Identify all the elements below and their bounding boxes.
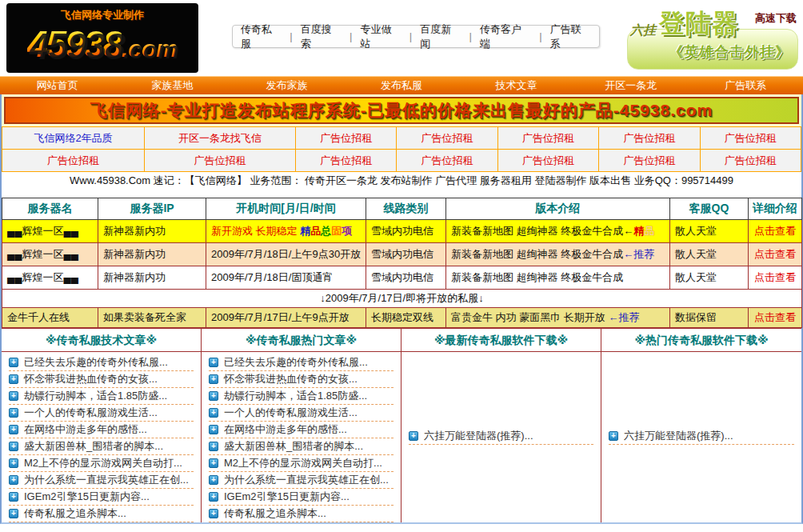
download-list: + 六挂万能登陆器(推荐)... [601,352,801,445]
ad-slot[interactable]: 飞信网络2年品质 [2,127,144,149]
article-link[interactable]: + 一个人的传奇私服游戏生活... [209,405,394,422]
article-link[interactable]: + 为什么系统一直提示我英雄正在创... [209,472,394,489]
top-nav-link[interactable]: 百度搜索 | [293,22,353,51]
server-line: 雪域内功电信 [366,266,446,290]
detail-link[interactable]: 点击查看 [754,271,796,283]
main-nav-item[interactable]: 广告联系 [689,78,803,93]
article-link[interactable]: + 为什么系统一直提示我英雄正在创... [9,472,194,489]
ad-slot[interactable]: 广告位招租 [498,150,598,171]
article-link[interactable]: + 传奇私服之追杀脚本... [9,506,194,522]
section-title: ※最新传奇私服软件下载※ [402,329,601,352]
plus-icon: + [9,509,18,518]
article-link[interactable]: + 劫镖行动脚本，适合1.85防盛... [9,388,194,405]
main-nav-item[interactable]: 网站首页 [0,78,114,93]
article-link[interactable]: + 已经失去乐趣的传奇外传私服... [9,354,194,371]
article-link[interactable]: + 怀念带我进热血传奇的女孩... [9,371,194,388]
main-nav-item[interactable]: 家族基地 [114,78,229,93]
logo-number: 45938 [27,23,122,65]
article-link[interactable]: + 在网络中游走多年的感悟... [9,422,194,438]
logo-text: 45938.com [6,22,198,66]
top-nav-link[interactable]: 传奇私服 | [233,22,293,51]
top-nav-link[interactable]: 百度新闻 | [412,22,472,51]
article-link[interactable]: + 已经失去乐趣的传奇外传私服... [209,354,394,371]
download-link[interactable]: + 六挂万能登陆器(推荐)... [609,428,794,445]
section-hot-downloads: ※热门传奇私服软件下载※ + 六挂万能登陆器(推荐)... [601,329,801,522]
top-header: 飞信网络专业制作 45938.com 传奇私服 | 百度搜索 | 专业做站 | … [0,0,803,76]
download-list: + 六挂万能登陆器(推荐)... [402,352,601,445]
server-ip: 如果卖装备死全家 [98,308,206,328]
col-line-type: 线路类别 [366,198,446,220]
server-detail-cell: 点击查看 [749,220,802,243]
plus-icon: + [209,408,218,418]
main-nav-item[interactable]: 技术文章 [459,78,573,93]
plus-icon: + [9,458,18,468]
article-list: + 已经失去乐趣的传奇外传私服... + 怀念带我进热血传奇的女孩... + 劫… [2,352,201,522]
article-link[interactable]: + IGEm2引擎15日更新内容... [209,489,394,506]
site-logo[interactable]: 飞信网络专业制作 45938.com [6,3,198,73]
detail-link[interactable]: 点击查看 [754,225,796,237]
ad-slot[interactable]: 广告位招租 [701,150,801,171]
server-detail-cell: 点击查看 [749,308,802,328]
download-link[interactable]: + 六挂万能登陆器(推荐)... [409,428,593,445]
plus-icon: + [9,425,18,434]
ad-slot[interactable]: 广告位招租 [397,127,497,149]
ad-slot[interactable]: 广告位招租 [296,127,396,149]
ad-slot[interactable]: 广告位招租 [397,150,497,171]
col-server-ip: 服务器IP [98,198,206,220]
plus-icon: + [209,458,218,468]
server-version: 新装备新地图 超绚神器 终极金牛合成←推荐 [446,243,670,266]
server-version: 富贵金牛 内功 蒙面黑巾 长期开放 ←推荐 [446,308,670,328]
ad-slot[interactable]: 广告位招租 [145,150,295,171]
top-nav-link[interactable]: 广告联系 | [542,22,599,51]
plus-icon: + [209,509,218,518]
server-table: 服务器名 服务器IP 开机时间[月/日/时间 线路类别 版本介绍 客服QQ 详细… [2,198,802,328]
article-link[interactable]: + 劫镖行动脚本，适合1.85防盛... [209,388,394,405]
plus-icon: + [209,492,218,502]
detail-link[interactable]: 点击查看 [754,311,796,323]
page-body: 飞信网络-专业打造发布站程序系统-已最低的价格来出售最好的产品-45938.co… [0,94,803,524]
server-ip: 新神器新内功 [98,220,206,243]
ad-slot[interactable]: 广告位招租 [701,127,801,149]
upcoming-server-row: 金牛千人在线 如果卖装备死全家 2009年/7月/17日/上午9点开放 长期稳定… [2,308,802,328]
main-nav-item[interactable]: 发布私服 [344,78,458,93]
col-version: 版本介绍 [446,198,670,220]
tag-gu: 固 [331,225,342,237]
article-link[interactable]: + 传奇私服之追杀脚本... [209,506,394,522]
server-version: 新装备新地图 超绚神器 终极金牛合成 [446,266,670,290]
col-server-name: 服务器名 [2,198,98,220]
article-link[interactable]: + 一个人的传奇私服游戏生活... [9,405,194,422]
plus-icon: + [409,431,418,441]
main-nav-item[interactable]: 开区一条龙 [573,78,688,93]
ad-slot[interactable]: 广告位招租 [296,150,396,171]
article-link[interactable]: + 盛大新困兽林_围猎者的脚本... [209,438,394,455]
article-link[interactable]: + 在网络中游走多年的感悟... [209,422,394,438]
tag-zong: 总 [321,225,331,237]
main-nav-item[interactable]: 发布家族 [230,78,344,93]
logo-tagline: 飞信网络专业制作 [6,8,198,22]
article-link[interactable]: + M2上不停的显示游戏网关自动打... [209,455,394,472]
top-quick-nav: 传奇私服 | 百度搜索 | 专业做站 | 百度新闻 | 传奇客户端 | [232,25,600,48]
section-latest-downloads: ※最新传奇私服软件下载※ + 六挂万能登陆器(推荐)... [402,329,601,522]
plus-icon: + [9,358,18,367]
server-ip: 新神器新内功 [98,243,206,266]
article-link[interactable]: + 盛大新困兽林_围猎者的脚本... [9,438,194,455]
article-link[interactable]: + IGEm2引擎15日更新内容... [9,489,194,506]
ad-slot[interactable]: 广告位招租 [599,127,699,149]
detail-link[interactable]: 点击查看 [754,248,796,260]
main-nav: 网站首页 家族基地 发布家族 发布私服 技术文章 开区一条龙 广告联系 [0,76,803,94]
article-link[interactable]: + 怀念带我进热血传奇的女孩... [209,371,394,388]
plus-icon: + [209,475,218,485]
ad-slot[interactable]: 广告位招租 [599,150,699,171]
server-open-time: 2009年/7月/18日/固顶通宵 [206,266,366,290]
top-nav-link[interactable]: 传奇客户端 | [472,22,542,51]
ad-slot[interactable]: 开区一条龙找飞信 [145,127,295,149]
plus-icon: + [9,475,18,485]
ad-slot[interactable]: 广告位招租 [498,127,598,149]
promo-banner[interactable]: 飞信网络-专业打造发布站程序系统-已最低的价格来出售最好的产品-45938.co… [4,97,799,124]
recommend-tag: ←推荐 [623,248,654,260]
article-link[interactable]: + M2上不停的显示游戏网关自动打... [9,455,194,472]
launcher-download-banner[interactable]: 六挂 登陆器 高速下载 《英雄合击外挂》 [627,5,798,70]
top-nav-link[interactable]: 专业做站 | [352,22,412,51]
upcoming-divider-row: ↓2009年/7月/17日/即将开放的私服↓ [2,290,802,308]
ad-slot[interactable]: 广告位招租 [2,150,144,171]
